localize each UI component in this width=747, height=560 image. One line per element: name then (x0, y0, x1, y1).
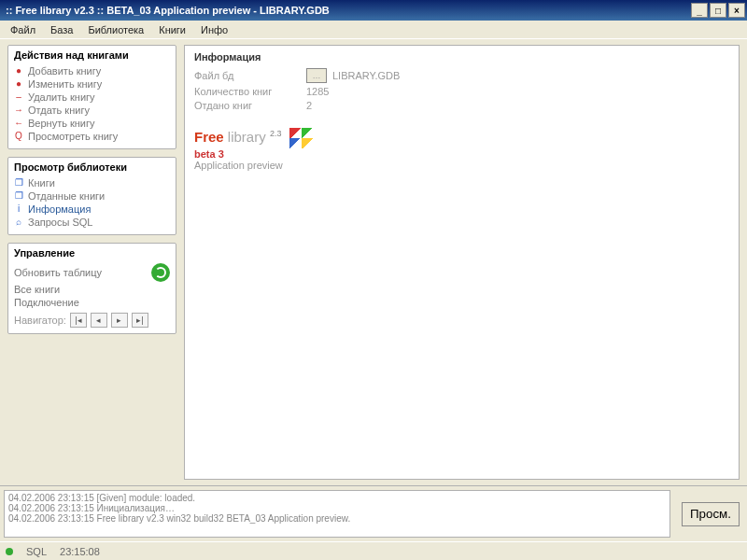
search-icon: Q (14, 132, 23, 141)
navigator: Навигатор: |◂ ◂ ▸ ▸| (14, 313, 170, 328)
item-label: Вернуть книгу (28, 118, 95, 129)
close-button[interactable]: × (728, 3, 745, 18)
logo-free: Free (194, 129, 224, 145)
minus-icon: – (14, 92, 23, 102)
refresh-row[interactable]: Обновить таблицу (14, 262, 170, 283)
window-controls: _ □ × (691, 3, 745, 18)
status-led-icon (6, 548, 13, 555)
given-label: Отдано книг (194, 100, 306, 111)
status-bar: SQL 23:15:08 (0, 541, 747, 560)
action-delete-book[interactable]: – Удалить книгу (14, 91, 170, 104)
row-db-file: Файл бд … LIBRARY.GDB (194, 68, 729, 83)
count-value: 1285 (306, 86, 329, 97)
logo-library: library (228, 129, 266, 145)
nav-first-button[interactable]: |◂ (70, 313, 87, 328)
item-label: Подключение (14, 297, 79, 308)
menu-info[interactable]: Инфо (194, 22, 234, 37)
action-give-book[interactable]: → Отдать книгу (14, 104, 170, 117)
app-logo-title: Free library 2.3 (194, 128, 729, 148)
log-line: 04.02.2006 23:13:15 [Given] module: load… (8, 493, 666, 503)
view-books[interactable]: ❐ Книги (14, 176, 170, 189)
app-logo: Free library 2.3 beta 3 Application prev… (194, 128, 729, 171)
count-label: Количество книг (194, 86, 306, 97)
arrow-left-icon: ← (14, 119, 23, 128)
file-label: Файл бд (194, 70, 306, 81)
row-given-count: Отдано книг 2 (194, 100, 729, 111)
section-heading: Информация (194, 51, 729, 63)
menu-base[interactable]: База (44, 22, 79, 37)
action-add-book[interactable]: ● Добавить книгу (14, 64, 170, 77)
bullet-icon: ● (14, 79, 23, 89)
item-label: Информация (28, 203, 91, 215)
all-books[interactable]: Все книги (14, 283, 170, 296)
book-icon: ❐ (14, 191, 23, 201)
main-area: Действия над книгами ● Добавить книгу ● … (0, 39, 747, 485)
logo-beta: beta 3 (194, 148, 729, 160)
action-view-book[interactable]: Q Просмотреть книгу (14, 130, 170, 143)
panel-title: Действия над книгами (14, 49, 170, 61)
menu-books[interactable]: Книги (152, 22, 192, 37)
nav-last-button[interactable]: ▸| (132, 313, 148, 328)
sidebar: Действия над книгами ● Добавить книгу ● … (0, 39, 182, 485)
window-title: :: Free library v2.3 :: BETA_03 Applicat… (6, 5, 691, 16)
panel-library-view: Просмотр библиотеки ❐ Книги ❐ Отданные к… (7, 157, 176, 235)
refresh-icon[interactable] (151, 263, 170, 282)
item-label: Просмотреть книгу (28, 131, 118, 142)
panel-book-actions: Действия над книгами ● Добавить книгу ● … (7, 45, 176, 149)
log-line: 04.02.2006 23:13:15 Инициализация… (8, 503, 666, 513)
view-information[interactable]: i Информация (14, 203, 170, 216)
maximize-button[interactable]: □ (710, 3, 726, 18)
panel-title: Просмотр библиотеки (14, 161, 170, 173)
info-pane: Информация Файл бд … LIBRARY.GDB Количес… (184, 45, 740, 480)
title-bar: :: Free library v2.3 :: BETA_03 Applicat… (0, 0, 747, 21)
file-value: LIBRARY.GDB (332, 70, 400, 81)
connection[interactable]: Подключение (14, 296, 170, 309)
row-book-count: Количество книг 1285 (194, 86, 729, 97)
log-line: 04.02.2006 23:13:15 Free library v2.3 wi… (8, 513, 666, 524)
status-time: 23:15:08 (60, 546, 100, 557)
view-button[interactable]: Просм. (682, 502, 740, 526)
item-label: Отдать книгу (28, 105, 90, 116)
view-sql[interactable]: ⌕ Запросы SQL (14, 216, 170, 229)
book-icon: ❐ (14, 178, 23, 188)
menu-bar: Файл База Библиотека Книги Инфо (0, 21, 747, 39)
refresh-label: Обновить таблицу (14, 267, 102, 278)
view-given-books[interactable]: ❐ Отданные книги (14, 189, 170, 203)
status-sql: SQL (26, 546, 47, 557)
nav-next-button[interactable]: ▸ (111, 313, 128, 328)
menu-library[interactable]: Библиотека (81, 22, 150, 37)
nav-prev-button[interactable]: ◂ (91, 313, 107, 328)
bottom-side: Просм. (674, 486, 747, 541)
item-label: Запросы SQL (28, 217, 92, 228)
panel-title: Управление (14, 247, 170, 259)
bullet-icon: ● (14, 66, 23, 76)
item-label: Все книги (14, 284, 60, 295)
content: Информация Файл бд … LIBRARY.GDB Количес… (182, 39, 747, 485)
item-label: Изменить книгу (28, 78, 102, 90)
arrow-right-icon: → (14, 105, 23, 115)
navigator-label: Навигатор: (14, 315, 66, 326)
info-icon: i (14, 204, 23, 214)
action-edit-book[interactable]: ● Изменить книгу (14, 77, 170, 91)
item-label: Добавить книгу (28, 65, 101, 77)
browse-button[interactable]: … (306, 68, 327, 83)
log-box[interactable]: 04.02.2006 23:13:15 [Given] module: load… (4, 490, 670, 538)
panel-control: Управление Обновить таблицу Все книги По… (7, 243, 176, 334)
menu-file[interactable]: Файл (4, 22, 42, 37)
minimize-button[interactable]: _ (691, 3, 708, 18)
item-label: Книги (28, 177, 55, 189)
item-label: Удалить книгу (28, 91, 95, 103)
logo-version: 2.3 (270, 129, 282, 138)
given-value: 2 (306, 100, 312, 111)
windows-flag-icon (289, 128, 314, 148)
sql-icon: ⌕ (14, 217, 23, 227)
logo-subtitle: Application preview (194, 160, 729, 171)
bottom-bar: 04.02.2006 23:13:15 [Given] module: load… (0, 485, 747, 541)
action-return-book[interactable]: ← Вернуть книгу (14, 117, 170, 130)
item-label: Отданные книги (28, 190, 105, 202)
